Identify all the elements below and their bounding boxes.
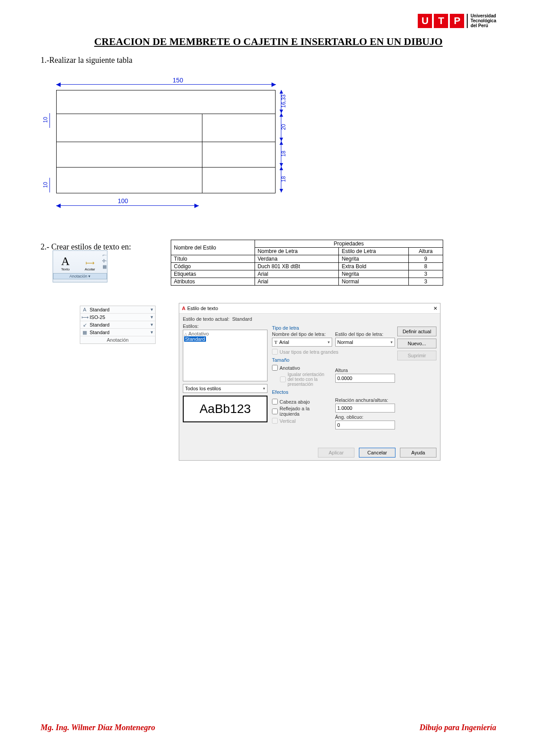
col-properties: Propiedades [255,240,443,248]
text-icon: A [61,257,70,266]
apply-button[interactable]: Aplicar [318,448,354,458]
table-style-icon: ▦ [82,330,88,335]
dim-r3: 18 [280,147,287,160]
dimension-tool-button[interactable]: ⟼ Acotar [78,251,102,272]
dim-left-top: 10 [42,113,49,127]
dim-bottom: 100 [118,197,128,204]
leader-icon: ⌐· [103,253,107,257]
set-current-button[interactable]: Definir actual [397,327,436,336]
annotative-checkbox[interactable]: Anotativo [272,365,331,371]
title-block-drawing: 150 16,33 20 18 18 10 10 100 [49,77,276,210]
logo-letter: U [418,14,432,28]
annotation-style-pickers: AStandard▼ ⟼ISO-25▼ ↙Standard▼ ▦Standard… [80,306,156,344]
dim-r1: 16,33 [280,94,287,108]
font-style-dropdown[interactable]: Normal [335,338,395,347]
styles-label: Estilos: [183,323,268,329]
list-item[interactable]: Anotativo [184,331,266,336]
match-orientation-checkbox: Igualar orientación del texto con la pre… [272,372,331,387]
step-1-text: 1.-Realizar la siguiente tabla [41,56,132,65]
delete-button[interactable]: Suprimir [397,351,436,360]
dim-r2: 20 [280,120,287,134]
vertical-checkbox: Vertical [272,418,331,424]
style-filter-dropdown[interactable]: Todos los estilos [183,384,268,393]
footer-author: Mg. Ing. Wilmer Díaz Montenegro [41,723,155,732]
annotation-ribbon-panel: A Texto ⟼ Acotar ⌐· ✢· ▦ Anotación [53,250,107,282]
group-font: Tipo de letra [272,325,394,331]
dim-r4: 18 [280,172,287,186]
dialog-title: Estilo de texto [187,306,218,311]
new-button[interactable]: Nuevo... [397,339,436,348]
height-input[interactable]: 0.0000 [335,374,395,383]
table-row: Etiquetas Arial Negrita 3 [171,270,443,278]
col-height: Altura [408,248,443,255]
upside-down-checkbox[interactable]: Cabeza abajo [272,399,331,405]
table-icon: ▦ [103,264,107,269]
panel-footer: Anotación [80,336,155,343]
truetype-icon: T [274,339,277,345]
close-button[interactable]: ✕ [433,306,437,311]
utp-logo: U T P Universidad Tecnológica del Perú [418,13,496,28]
mleader-style-picker[interactable]: ↙Standard▼ [80,321,155,329]
text-style-dialog: A Estilo de texto ✕ Definir actual Nuevo… [179,303,440,461]
annotation-panel-dropdown[interactable]: Anotación [53,273,107,279]
list-item-selected[interactable]: Standard [184,336,206,342]
text-style-properties-table: Nombre del Estilo Propiedades Nombre de … [171,240,443,286]
dim-style-picker[interactable]: ⟼ISO-25▼ [80,314,155,321]
big-font-checkbox: Usar tipos de letra grandes [272,349,394,355]
logo-subtitle: Universidad [470,13,496,18]
page-title: CREACION DE MEMBRETE O CAJETIN E INSERTA… [41,36,496,48]
styles-listbox[interactable]: Anotativo Standard [183,330,268,381]
table-row: Atributos Arial Normal 3 [171,278,443,286]
logo-subtitle: del Perú [470,23,496,28]
dimension-icon: ⟼ [86,259,95,266]
dim-left-bot: 10 [42,178,49,192]
width-factor-input[interactable]: 1.0000 [335,404,395,413]
preview-box: AaBb123 [183,396,268,422]
text-tool-button[interactable]: A Texto [53,251,78,272]
oblique-angle-input[interactable]: 0 [335,421,395,429]
logo-letter: P [450,14,464,28]
mleader-style-icon: ↙ [82,322,88,328]
text-style-picker[interactable]: AStandard▼ [80,306,155,314]
logo-subtitle: Tecnológica [470,18,496,23]
logo-letter: T [434,14,448,28]
help-button[interactable]: Ayuda [400,448,436,458]
dim-style-icon: ⟼ [82,315,88,320]
font-name-dropdown[interactable]: TArial [272,338,332,347]
group-size: Tamaño [272,357,394,363]
col-fontstyle: Estilo de Letra [339,248,408,255]
group-effects: Efectos [272,389,394,395]
backwards-checkbox[interactable]: Reflejado a la izquierda [272,406,331,417]
annotation-extra-tools[interactable]: ⌐· ✢· ▦ [102,251,107,272]
table-style-picker[interactable]: ▦Standard▼ [80,329,155,336]
dim-top: 150 [133,77,222,84]
cancel-button[interactable]: Cancelar [359,448,395,458]
centerline-icon: ✢· [102,258,107,263]
col-stylename: Nombre del Estilo [171,240,255,255]
autocad-a-icon: A [182,306,185,311]
table-row: Código Duch 801 XB dtBt Extra Bold 8 [171,263,443,270]
table-row: Título Verdana Negrita 9 [171,255,443,263]
text-style-icon: A [82,307,88,312]
footer-course: Dibujo para Ingeniería [420,723,496,732]
col-fontname: Nombre de Letra [255,248,339,255]
